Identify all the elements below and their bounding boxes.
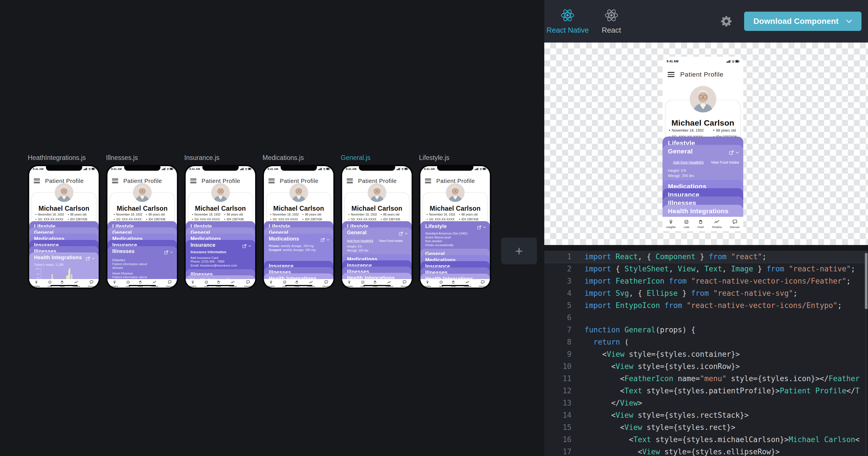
- menu-icon[interactable]: [112, 179, 118, 183]
- tab-item-lists[interactable]: Lists: [439, 280, 443, 287]
- menu-icon[interactable]: [269, 179, 275, 183]
- fact-row: November 18, 193288 years old: [35, 212, 97, 217]
- tab-item-timeline[interactable]: Timeline: [463, 280, 471, 287]
- tab-item-feed[interactable]: Feed: [372, 280, 377, 287]
- tab-item-feed[interactable]: Feed: [60, 280, 64, 287]
- tab-item-timeline[interactable]: Timeline: [307, 280, 315, 287]
- fact-item: SS: XXX-XX-XXXX: [348, 217, 381, 221]
- tab-item-label: Insights: [424, 285, 431, 287]
- gear-icon[interactable]: [721, 15, 733, 27]
- chevron-down-icon[interactable]: [846, 19, 852, 23]
- chevron-down-icon[interactable]: [92, 257, 95, 260]
- edit-icon[interactable]: [320, 238, 325, 242]
- tab-item-insights[interactable]: Insights: [111, 280, 118, 287]
- tab-item-discuss[interactable]: Discuss: [166, 280, 174, 287]
- section-bar-illnesses[interactable]: Illnesses: [107, 246, 177, 256]
- detail-line: Non-smoker: [425, 239, 485, 243]
- healthkit-link[interactable]: Add from HealthKit: [673, 160, 704, 164]
- tab-item-insights[interactable]: Insights: [666, 219, 676, 231]
- menu-icon[interactable]: [347, 179, 353, 183]
- chevron-down-icon[interactable]: [248, 245, 251, 247]
- section-bar-general[interactable]: General: [342, 227, 412, 237]
- file-tab-heathintegrations-js[interactable]: HeathIntegrations.js: [28, 154, 100, 162]
- tab-item-timeline[interactable]: Timeline: [229, 280, 237, 287]
- menu-icon[interactable]: [190, 179, 196, 183]
- chevron-down-icon[interactable]: [483, 226, 486, 228]
- tab-item-insights[interactable]: Insights: [189, 280, 196, 287]
- fact-right: 88 years old: [713, 128, 736, 132]
- line-number: 4: [544, 287, 571, 300]
- tab-react[interactable]: React: [602, 8, 621, 35]
- menu-icon[interactable]: [425, 179, 431, 183]
- tab-item-timeline[interactable]: Timeline: [72, 280, 80, 287]
- food-intake-link[interactable]: View Food Intake: [379, 239, 403, 242]
- section-bar-general[interactable]: General: [662, 145, 743, 157]
- tab-item-discuss[interactable]: Discuss: [730, 219, 739, 231]
- status-icons: [475, 167, 487, 171]
- code-editor[interactable]: 1import React, { Component } from "react…: [544, 251, 868, 456]
- line-text: function General(props) {: [585, 324, 695, 336]
- file-tab-general-js[interactable]: General.js: [341, 154, 413, 162]
- fact-item: November 18, 1932: [114, 213, 146, 216]
- tab-item-discuss[interactable]: Discuss: [244, 280, 252, 287]
- tab-item-insights[interactable]: Insights: [267, 280, 275, 287]
- tab-item-discuss[interactable]: Discuss: [88, 280, 95, 287]
- section-bar-lifestyle[interactable]: Lifestyle: [421, 221, 490, 231]
- food-intake-link[interactable]: View Food Intake: [711, 160, 739, 164]
- menu-icon[interactable]: [668, 72, 675, 77]
- tab-item-lists[interactable]: Lists: [126, 280, 130, 287]
- tab-item-discuss[interactable]: Discuss: [479, 280, 487, 287]
- menu-icon[interactable]: [34, 179, 40, 183]
- edit-icon[interactable]: [477, 225, 481, 230]
- edit-icon[interactable]: [164, 250, 168, 254]
- tab-item-timeline[interactable]: Timeline: [712, 219, 722, 231]
- file-tab-insurance-js[interactable]: Insurance.js: [184, 154, 256, 162]
- section-bar-healthintegrations[interactable]: Health Integrations: [29, 252, 99, 262]
- tab-item-lists[interactable]: Lists: [684, 219, 689, 231]
- tab-item-timeline[interactable]: Timeline: [385, 280, 393, 287]
- line-number: 12: [544, 385, 571, 397]
- edit-icon[interactable]: [399, 232, 403, 236]
- section-bar-medications[interactable]: Medications: [264, 234, 333, 243]
- tab-item-insights[interactable]: Insights: [33, 280, 40, 287]
- section-lifestyle: LifestyleStandard American Diet (SAD)Act…: [421, 221, 490, 252]
- fact-item: ID# 2387436: [224, 217, 244, 221]
- tab-item-feed[interactable]: Feed: [451, 280, 456, 287]
- chevron-down-icon[interactable]: [327, 239, 330, 241]
- phone-frame: 9:41 AMPatient ProfileMichael CarlsonNov…: [106, 165, 178, 289]
- tab-item-discuss[interactable]: Discuss: [401, 280, 408, 287]
- tab-item-insights[interactable]: Insights: [424, 280, 431, 287]
- file-tab-lifestyle-js[interactable]: Lifestyle.js: [419, 154, 491, 162]
- section-bar-icons: [320, 238, 330, 242]
- edit-icon[interactable]: [242, 244, 247, 248]
- tab-react-native[interactable]: React Native: [547, 8, 589, 35]
- add-component-button[interactable]: +: [501, 238, 537, 264]
- scrollbar-thumb[interactable]: [865, 253, 867, 309]
- tab-item-feed[interactable]: Feed: [698, 219, 704, 231]
- tab-item-lists[interactable]: Lists: [282, 280, 287, 287]
- download-component-button[interactable]: Download Component: [744, 11, 862, 31]
- section-bar-healthintegrations[interactable]: Health Integrations: [662, 205, 743, 217]
- section-bar-insurance[interactable]: Insurance: [186, 240, 255, 249]
- file-tab-medications-js[interactable]: Medications.js: [262, 154, 335, 162]
- healthkit-link[interactable]: Add from HealthKit: [347, 239, 373, 242]
- file-tab-illnesses-js[interactable]: Illnesses.js: [106, 154, 178, 162]
- fact-item: November 18, 1932: [192, 213, 224, 216]
- chevron-down-icon[interactable]: [736, 151, 739, 154]
- tab-item-lists[interactable]: Lists: [361, 280, 365, 287]
- edit-icon[interactable]: [729, 150, 734, 155]
- chevron-down-icon[interactable]: [405, 233, 408, 235]
- line-number: 17: [544, 446, 571, 456]
- tab-item-discuss[interactable]: Discuss: [322, 280, 330, 287]
- tab-item-feed[interactable]: Feed: [216, 280, 221, 287]
- tab-item-timeline[interactable]: Timeline: [151, 280, 158, 287]
- tab-item-lists[interactable]: Lists: [48, 280, 52, 287]
- tab-item-feed[interactable]: Feed: [294, 280, 299, 287]
- phone-frame: 9:41 AMPatient ProfileMichael CarlsonNov…: [28, 165, 100, 289]
- tab-item-insights[interactable]: Insights: [346, 280, 353, 287]
- tab-timeline-icon: [465, 280, 469, 285]
- edit-icon[interactable]: [86, 256, 90, 261]
- tab-item-feed[interactable]: Feed: [138, 280, 143, 287]
- chevron-down-icon[interactable]: [170, 251, 173, 253]
- tab-item-lists[interactable]: Lists: [204, 280, 208, 287]
